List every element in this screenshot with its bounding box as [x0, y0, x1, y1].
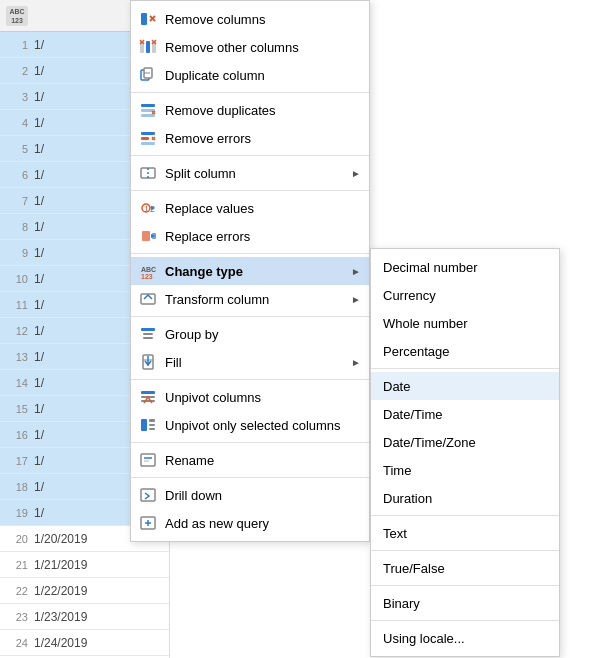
- cell-value: 1/: [34, 64, 44, 78]
- row-number: 6: [10, 169, 28, 181]
- cell-value: 1/: [34, 324, 44, 338]
- svg-rect-34: [143, 333, 153, 335]
- drill-icon: [139, 486, 157, 504]
- submenu-item-duration[interactable]: Duration: [371, 484, 559, 512]
- row-number: 21: [10, 559, 28, 571]
- cell-value: 1/20/2019: [34, 532, 87, 546]
- row-number: 13: [10, 351, 28, 363]
- submenu-item-decimal-number[interactable]: Decimal number: [371, 253, 559, 281]
- submenu-item-label: Decimal number: [383, 260, 478, 275]
- submenu-item-label: Binary: [383, 596, 420, 611]
- menu-item-add-new-query[interactable]: Add as new query: [131, 509, 369, 537]
- add-query-icon: [139, 514, 157, 532]
- menu-item-split-column[interactable]: Split column ►: [131, 159, 369, 187]
- cell-value: 1/: [34, 480, 44, 494]
- menu-item-remove-other-columns[interactable]: Remove other columns: [131, 33, 369, 61]
- menu-item-fill[interactable]: Fill ►: [131, 348, 369, 376]
- svg-rect-29: [152, 233, 156, 239]
- cell-value: 1/: [34, 376, 44, 390]
- row-number: 12: [10, 325, 28, 337]
- menu-item-remove-errors[interactable]: Remove errors: [131, 124, 369, 152]
- menu-item-label: Replace values: [165, 201, 361, 216]
- submenu-arrow: ►: [351, 168, 361, 179]
- row-number: 5: [10, 143, 28, 155]
- cell-value: 1/: [34, 220, 44, 234]
- cell-value: 1/23/2019: [34, 610, 87, 624]
- table-row: 221/22/2019: [0, 578, 169, 604]
- menu-separator: [131, 316, 369, 317]
- duplicate-icon: [139, 66, 157, 84]
- menu-item-group-by[interactable]: Group by: [131, 320, 369, 348]
- menu-item-label: Add as new query: [165, 516, 361, 531]
- svg-rect-15: [141, 114, 155, 117]
- submenu-item-label: Duration: [383, 491, 432, 506]
- submenu-item-text[interactable]: Text: [371, 519, 559, 547]
- group-icon: [139, 325, 157, 343]
- svg-rect-4: [146, 41, 150, 53]
- svg-rect-18: [141, 132, 155, 135]
- svg-rect-35: [143, 337, 153, 339]
- submenu-item-currency[interactable]: Currency: [371, 281, 559, 309]
- cell-value: 1/22/2019: [34, 584, 87, 598]
- submenu-separator: [371, 550, 559, 551]
- submenu-item-label: Date: [383, 379, 410, 394]
- submenu-item-label: Percentage: [383, 344, 450, 359]
- submenu-item-label: Text: [383, 526, 407, 541]
- menu-item-replace-values[interactable]: 12 Replace values: [131, 194, 369, 222]
- row-number: 3: [10, 91, 28, 103]
- svg-text:1: 1: [144, 204, 149, 214]
- change-type-icon: ABC123: [139, 262, 157, 280]
- table-row: 211/21/2019: [0, 552, 169, 578]
- submenu-separator: [371, 368, 559, 369]
- cell-value: 1/: [34, 350, 44, 364]
- submenu-item-date-time[interactable]: Date/Time: [371, 400, 559, 428]
- menu-separator: [131, 190, 369, 191]
- submenu-item-whole-number[interactable]: Whole number: [371, 309, 559, 337]
- menu-item-unpivot-selected[interactable]: Unpivot only selected columns: [131, 411, 369, 439]
- submenu-item-time[interactable]: Time: [371, 456, 559, 484]
- menu-item-drill-down[interactable]: Drill down: [131, 481, 369, 509]
- menu-item-label: Duplicate column: [165, 68, 361, 83]
- menu-item-label: Remove columns: [165, 12, 361, 27]
- menu-separator: [131, 477, 369, 478]
- cell-value: 1/: [34, 38, 44, 52]
- svg-text:ABC: ABC: [141, 266, 156, 273]
- menu-item-unpivot-columns[interactable]: Unpivot columns: [131, 383, 369, 411]
- svg-rect-38: [141, 391, 155, 394]
- menu-separator: [131, 379, 369, 380]
- row-number: 2: [10, 65, 28, 77]
- svg-rect-42: [149, 419, 155, 422]
- menu-item-label: Transform column: [165, 292, 343, 307]
- submenu-item-using-locale[interactable]: Using locale...: [371, 624, 559, 652]
- menu-item-rename[interactable]: Rename: [131, 446, 369, 474]
- submenu-item-binary[interactable]: Binary: [371, 589, 559, 617]
- remove-err-icon: [139, 129, 157, 147]
- menu-item-replace-errors[interactable]: Replace errors: [131, 222, 369, 250]
- menu-separator: [131, 253, 369, 254]
- menu-separator: [131, 155, 369, 156]
- cell-value: 1/: [34, 454, 44, 468]
- menu-item-change-type[interactable]: ABC123 Change type ►: [131, 257, 369, 285]
- menu-item-label: Fill: [165, 355, 343, 370]
- menu-item-remove-duplicates[interactable]: Remove duplicates: [131, 96, 369, 124]
- menu-item-remove-columns[interactable]: Remove columns: [131, 5, 369, 33]
- column-type-icon: ABC123: [6, 6, 28, 26]
- replace-val-icon: 12: [139, 199, 157, 217]
- menu-item-duplicate-column[interactable]: Duplicate column: [131, 61, 369, 89]
- row-number: 14: [10, 377, 28, 389]
- submenu-item-date[interactable]: Date: [371, 372, 559, 400]
- table-row: 231/23/2019: [0, 604, 169, 630]
- svg-rect-13: [141, 104, 155, 107]
- row-number: 4: [10, 117, 28, 129]
- cell-value: 1/: [34, 428, 44, 442]
- submenu-item-percentage[interactable]: Percentage: [371, 337, 559, 365]
- remove-dup-icon: [139, 101, 157, 119]
- submenu-separator: [371, 585, 559, 586]
- svg-rect-19: [141, 137, 149, 140]
- context-menu: Remove columns Remove other columns Dupl…: [130, 0, 370, 542]
- submenu-item-date-time-zone[interactable]: Date/Time/Zone: [371, 428, 559, 456]
- transform-icon: [139, 290, 157, 308]
- menu-item-transform-column[interactable]: Transform column ►: [131, 285, 369, 313]
- submenu-item-true-false[interactable]: True/False: [371, 554, 559, 582]
- svg-rect-41: [141, 419, 147, 431]
